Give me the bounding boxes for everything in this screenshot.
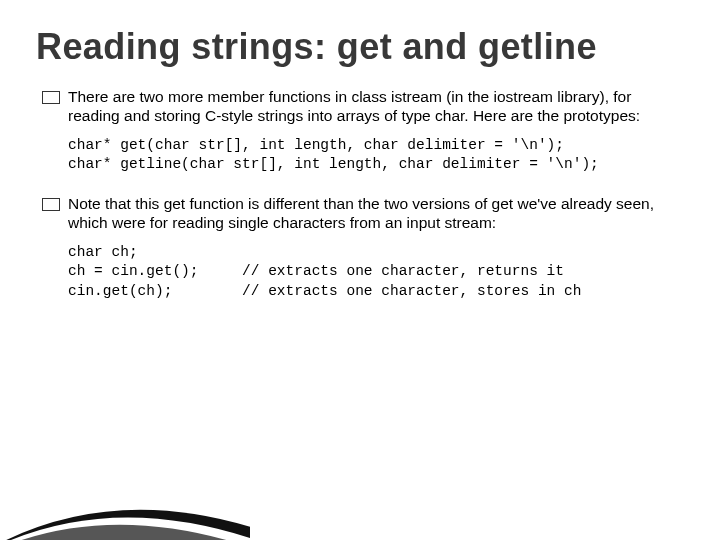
slide: Reading strings: get and getline There a… <box>0 0 720 540</box>
list-item: There are two more member functions in c… <box>42 88 678 126</box>
bullet-icon <box>42 198 60 211</box>
code-block: char ch; ch = cin.get(); // extracts one… <box>68 243 678 302</box>
corner-swoosh-icon <box>0 440 250 540</box>
bullet-icon <box>42 91 60 104</box>
code-block: char* get(char str[], int length, char d… <box>68 136 678 175</box>
paragraph: There are two more member functions in c… <box>68 88 678 126</box>
slide-body: There are two more member functions in c… <box>36 88 684 301</box>
paragraph: Note that this get function is different… <box>68 195 678 233</box>
list-item: Note that this get function is different… <box>42 195 678 233</box>
slide-title: Reading strings: get and getline <box>36 28 684 66</box>
